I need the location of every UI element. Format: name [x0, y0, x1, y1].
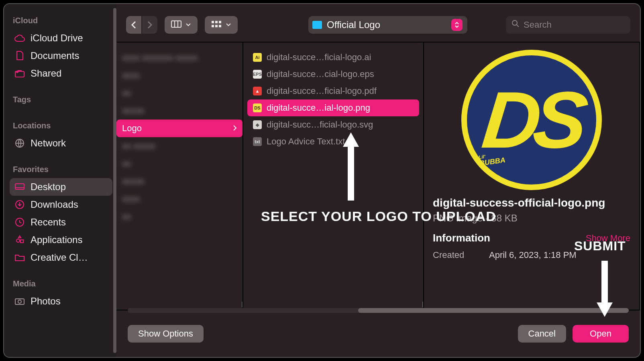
- svg-file-icon: ◆: [253, 120, 262, 129]
- arrow-up-icon: [341, 132, 361, 201]
- sidebar-item-desktop[interactable]: Desktop: [10, 178, 112, 196]
- list-item[interactable]: xxxx: [116, 190, 243, 208]
- sidebar-item-label: Shared: [31, 68, 61, 79]
- arrow-down-icon: [595, 261, 614, 317]
- sidebar-section-media: Media: [10, 278, 112, 292]
- file-item-pdf[interactable]: ▲digital-succe…ficial-logo.pdf: [247, 83, 419, 99]
- toolbar: Official Logo Search: [116, 4, 640, 43]
- folder-icon: [312, 21, 322, 29]
- sidebar-section-locations: Locations: [10, 120, 112, 134]
- sidebar-scrollbar[interactable]: [113, 8, 116, 353]
- svg-rect-10: [215, 21, 218, 23]
- chevron-down-icon: [185, 21, 191, 28]
- doc-icon: [14, 51, 25, 61]
- sidebar-item-downloads[interactable]: Downloads: [10, 196, 112, 213]
- sidebar-item-network[interactable]: Network: [10, 134, 112, 152]
- grid-icon: [211, 20, 222, 29]
- folder-label: Logo: [122, 123, 142, 134]
- chevron-down-icon: [226, 21, 231, 28]
- file-label: digital-succe…cial-logo.eps: [267, 69, 374, 79]
- column-resize-handle[interactable]: ||: [422, 301, 423, 307]
- sidebar-section-favorites: Favorites: [10, 163, 112, 178]
- sidebar-item-label: Creative Cl…: [31, 252, 88, 263]
- sidebar-section-tags: Tags: [10, 93, 112, 108]
- sidebar-item-label: iCloud Drive: [31, 32, 83, 44]
- sidebar-item-label: Applications: [31, 234, 82, 245]
- file-open-dialog: iCloud iCloud Drive Documents Shared Tag…: [3, 3, 641, 358]
- list-item-logo[interactable]: Logo: [116, 120, 243, 137]
- search-input[interactable]: Search: [506, 16, 630, 34]
- list-item[interactable]: xx xxxxx: [116, 137, 243, 155]
- file-label: digital-succ…ficial-logo.svg: [267, 120, 373, 130]
- list-item[interactable]: xx: [116, 208, 243, 225]
- apps-icon: [14, 235, 25, 245]
- sidebar-item-icloud-drive[interactable]: iCloud Drive: [10, 29, 112, 47]
- show-options-button[interactable]: Show Options: [128, 325, 204, 343]
- column-resize-handle[interactable]: ||: [241, 301, 243, 307]
- file-label: Logo Advice Text.txt: [267, 136, 345, 147]
- updown-icon: [451, 19, 463, 31]
- view-mode-columns-button[interactable]: [165, 16, 198, 34]
- list-item[interactable]: xxxxx: [116, 172, 243, 190]
- svg-rect-8: [171, 21, 181, 27]
- preview-filename: digital-success-official-logo.png: [433, 196, 630, 210]
- txt-file-icon: txt: [253, 137, 262, 146]
- sidebar-item-applications[interactable]: Applications: [10, 231, 112, 249]
- svg-rect-3: [15, 184, 24, 189]
- file-item-txt[interactable]: txtLogo Advice Text.txt: [247, 133, 419, 150]
- file-item-svg[interactable]: ◆digital-succ…ficial-logo.svg: [247, 116, 419, 133]
- file-item-eps[interactable]: EPSdigital-succe…cial-logo.eps: [247, 66, 419, 83]
- png-file-icon: DS: [253, 103, 262, 112]
- file-label: digital-succe…ial-logo.png: [267, 103, 370, 113]
- created-label: Created: [433, 250, 489, 260]
- column-1: xxxx xxxxxxx xxxxx xxxx xx xxxxx Logo xx…: [116, 43, 243, 310]
- sidebar-section-icloud: iCloud: [10, 14, 112, 29]
- columns-icon: [171, 20, 181, 29]
- column-browser: xxxx xxxxxxx xxxxx xxxx xx xxxxx Logo xx…: [116, 43, 640, 310]
- path-dropdown[interactable]: Official Logo: [308, 16, 467, 34]
- svg-rect-11: [219, 21, 221, 23]
- sidebar-item-label: Recents: [31, 217, 66, 228]
- svg-rect-9: [212, 21, 214, 23]
- sidebar-item-label: Photos: [31, 296, 61, 307]
- file-label: digital-succe…ficial-logo.pdf: [267, 86, 377, 96]
- column-2: Aidigital-succe…ficial-logo.ai EPSdigita…: [243, 43, 424, 310]
- download-icon: [14, 199, 25, 210]
- sidebar-item-recents[interactable]: Recents: [10, 213, 112, 231]
- back-button[interactable]: [126, 16, 141, 34]
- sidebar-item-documents[interactable]: Documents: [10, 47, 112, 65]
- shared-icon: [14, 68, 25, 79]
- forward-button[interactable]: [142, 16, 157, 34]
- list-item[interactable]: xxxxx: [116, 102, 243, 120]
- sidebar-item-label: Desktop: [31, 181, 66, 193]
- globe-icon: [14, 138, 25, 148]
- list-item[interactable]: xxxx: [116, 67, 243, 84]
- folder-icon: [14, 252, 25, 263]
- sidebar-item-creative-cloud[interactable]: Creative Cl…: [10, 249, 112, 266]
- sidebar-item-shared[interactable]: Shared: [10, 65, 112, 82]
- file-item-ai[interactable]: Aidigital-succe…ficial-logo.ai: [247, 49, 419, 66]
- list-item[interactable]: xx: [116, 155, 243, 172]
- sidebar-item-photos[interactable]: Photos: [10, 292, 112, 310]
- annotation-submit: SUBMIT: [574, 239, 626, 254]
- list-item[interactable]: xx: [116, 84, 243, 102]
- clock-icon: [14, 217, 25, 227]
- group-by-button[interactable]: [205, 16, 238, 34]
- cancel-button[interactable]: Cancel: [518, 325, 566, 343]
- horizontal-scrollbar[interactable]: [128, 308, 629, 313]
- camera-icon: [14, 296, 25, 306]
- svg-point-1: [16, 71, 18, 73]
- svg-point-15: [512, 20, 517, 25]
- file-item-png[interactable]: DSdigital-succe…ial-logo.png: [247, 99, 419, 116]
- open-button[interactable]: Open: [573, 325, 629, 343]
- sidebar: iCloud iCloud Drive Documents Shared Tag…: [4, 4, 116, 357]
- file-label: digital-succe…ficial-logo.ai: [267, 52, 371, 63]
- preview-image: DS Lil'BUBBA: [461, 50, 602, 190]
- main-panel: Official Logo Search xxxx xxxxxxx xxxxx …: [116, 4, 640, 357]
- svg-rect-14: [219, 25, 221, 27]
- search-icon: [512, 20, 520, 30]
- preview-info-heading: Information: [433, 232, 490, 244]
- list-item[interactable]: xxxx xxxxxxx xxxxx: [116, 49, 243, 67]
- sidebar-item-label: Network: [31, 138, 66, 149]
- cloud-icon: [14, 33, 25, 43]
